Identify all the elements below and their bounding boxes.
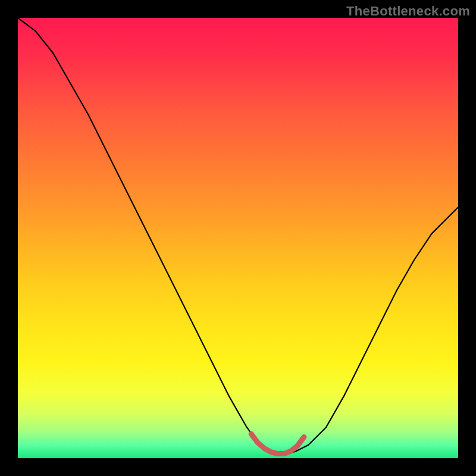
chart-stage: TheBottleneck.com: [0, 0, 476, 476]
watermark-text: TheBottleneck.com: [346, 4, 470, 19]
highlight-path: [251, 434, 304, 453]
highlight-svg: [18, 18, 458, 458]
plot-area: [18, 18, 458, 458]
